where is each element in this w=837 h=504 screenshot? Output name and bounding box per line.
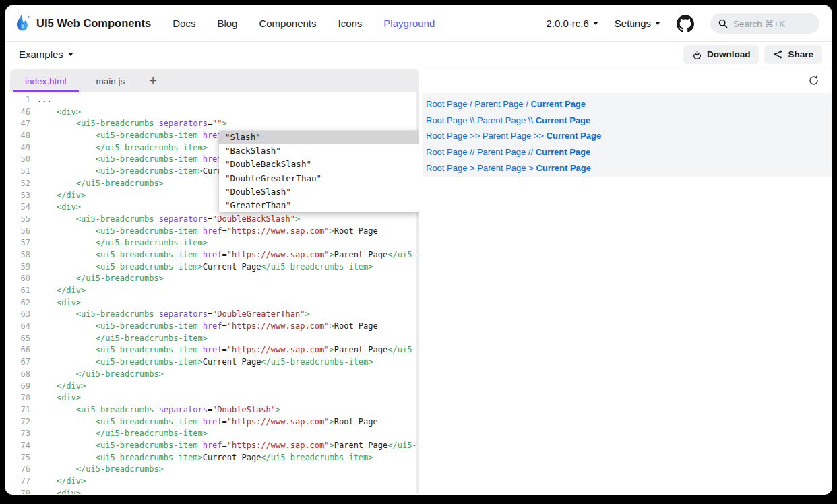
line-number: 63 bbox=[10, 309, 30, 321]
code-line: 69 </div> bbox=[10, 381, 419, 393]
breadcrumb-link[interactable]: Parent Page bbox=[477, 115, 526, 125]
line-number: 49 bbox=[10, 142, 30, 154]
code-line: 58 <ui5-breadcrumbs-item href="https://w… bbox=[10, 249, 419, 261]
breadcrumb: Root Page > Parent Page > Current Page bbox=[426, 160, 832, 176]
code-text: <ui5-breadcrumbs-item>Current Page</ui5-… bbox=[37, 261, 373, 274]
search-input[interactable]: Search ⌘+K bbox=[710, 13, 819, 34]
refresh-icon[interactable] bbox=[808, 75, 819, 86]
code-text: </ui5-breadcrumbs-item> bbox=[37, 142, 208, 154]
settings-dropdown[interactable]: Settings bbox=[615, 18, 660, 29]
add-tab-button[interactable]: + bbox=[140, 69, 166, 92]
line-number: 78 bbox=[10, 488, 30, 494]
code-line: 55 <ui5-breadcrumbs separators="DoubleBa… bbox=[10, 214, 419, 226]
breadcrumb-current: Current Page bbox=[536, 163, 591, 173]
breadcrumb-separator: \\ bbox=[467, 115, 476, 125]
examples-dropdown[interactable]: Examples bbox=[19, 49, 73, 60]
breadcrumb-link[interactable]: Root Page bbox=[426, 131, 467, 141]
breadcrumb-current: Current Page bbox=[530, 99, 586, 109]
line-number: 60 bbox=[10, 273, 30, 285]
code-editor[interactable]: 1...46 <div>47 <ui5-breadcrumbs separato… bbox=[10, 92, 419, 494]
download-button[interactable]: Download bbox=[683, 45, 760, 64]
line-number: 62 bbox=[10, 297, 30, 309]
breadcrumb-link[interactable]: Root Page bbox=[426, 115, 467, 125]
share-button[interactable]: Share bbox=[764, 45, 822, 64]
autocomplete-option[interactable]: "DoubleSlash" bbox=[219, 185, 419, 199]
settings-label: Settings bbox=[615, 18, 651, 29]
app-window: UI5 Web Components DocsBlogComponentsIco… bbox=[5, 5, 832, 495]
autocomplete-option[interactable]: "DoubleBackSlash" bbox=[219, 158, 419, 171]
autocomplete-option[interactable]: "Slash" bbox=[219, 131, 419, 144]
code-line: 68 </ui5-breadcrumbs> bbox=[10, 369, 419, 381]
code-line: 57 </ui5-breadcrumbs-item> bbox=[10, 237, 419, 249]
autocomplete-option[interactable]: "DoubleGreaterThan" bbox=[219, 172, 419, 185]
nav-link-blog[interactable]: Blog bbox=[217, 18, 237, 29]
code-text: <ui5-breadcrumbs-item href="https://www.… bbox=[37, 249, 419, 261]
code-text: <div> bbox=[37, 392, 81, 404]
autocomplete-option[interactable]: "BackSlash" bbox=[219, 144, 419, 158]
code-line: 73 </ui5-breadcrumbs-item> bbox=[10, 428, 419, 440]
breadcrumb-link[interactable]: Root Page bbox=[426, 99, 467, 109]
code-text: </ui5-breadcrumbs> bbox=[37, 464, 164, 476]
breadcrumb-link[interactable]: Parent Page bbox=[483, 131, 531, 141]
breadcrumb-link[interactable]: Root Page bbox=[426, 163, 467, 173]
line-number: 56 bbox=[10, 226, 30, 238]
code-line: 59 <ui5-breadcrumbs-item>Current Page</u… bbox=[10, 261, 419, 274]
line-number: 77 bbox=[10, 476, 30, 488]
breadcrumb-separator: > bbox=[526, 163, 536, 173]
line-number: 72 bbox=[10, 416, 30, 429]
code-text: </ui5-breadcrumbs-item> bbox=[37, 333, 208, 345]
editor-tab-main-js[interactable]: main.js bbox=[82, 69, 140, 92]
code-text: <ui5-breadcrumbs-item href="https://www.… bbox=[37, 440, 419, 452]
line-number: 70 bbox=[10, 392, 30, 404]
code-text: </div> bbox=[37, 476, 86, 488]
code-line: 77 </div> bbox=[10, 476, 419, 488]
code-line: 1... bbox=[10, 94, 419, 106]
search-placeholder: Search ⌘+K bbox=[733, 18, 785, 29]
code-text: <ui5-breadcrumbs-item>Current Page</ui5-… bbox=[37, 356, 373, 369]
code-text: <ui5-breadcrumbs separators="DoubleGreat… bbox=[37, 309, 310, 321]
code-line: 62 <div> bbox=[10, 297, 419, 309]
breadcrumb: Root Page >> Parent Page >> Current Page bbox=[426, 128, 832, 144]
breadcrumb-separator: >> bbox=[467, 131, 482, 141]
editor-tab-index-html[interactable]: index.html bbox=[10, 69, 82, 92]
main-split: index.htmlmain.js+ 1...46 <div>47 <ui5-b… bbox=[5, 67, 832, 494]
toolbar-actions: Download Share bbox=[683, 45, 822, 64]
line-number: 47 bbox=[10, 118, 30, 130]
line-number: 76 bbox=[10, 464, 30, 476]
nav-link-docs[interactable]: Docs bbox=[173, 18, 195, 29]
breadcrumb-separator: / bbox=[467, 99, 474, 109]
line-number: 57 bbox=[10, 237, 30, 249]
autocomplete-option[interactable]: "GreaterThan" bbox=[219, 199, 419, 212]
line-number: 68 bbox=[10, 369, 30, 381]
code-text: </ui5-breadcrumbs> bbox=[37, 369, 164, 381]
code-text: </ui5-breadcrumbs-item> bbox=[37, 237, 208, 249]
code-text: <ui5-breadcrumbs-item>Current Page</ui5-… bbox=[37, 452, 373, 464]
github-icon[interactable] bbox=[677, 15, 694, 32]
code-text: <ui5-breadcrumbs separators="DoubleBackS… bbox=[37, 214, 300, 226]
nav-link-icons[interactable]: Icons bbox=[338, 18, 363, 29]
breadcrumb-link[interactable]: Parent Page bbox=[477, 147, 526, 157]
download-icon bbox=[692, 49, 702, 59]
nav-link-playground[interactable]: Playground bbox=[383, 18, 435, 29]
breadcrumb-separator: // bbox=[467, 147, 476, 157]
breadcrumb-current: Current Page bbox=[547, 131, 602, 141]
breadcrumb-current: Current Page bbox=[536, 147, 591, 157]
code-line: 64 <ui5-breadcrumbs-item href="https://w… bbox=[10, 321, 419, 333]
code-line: 70 <div> bbox=[10, 392, 419, 404]
code-text: </ui5-breadcrumbs-item> bbox=[37, 428, 208, 440]
code-text: <div> bbox=[37, 106, 81, 119]
line-number: 52 bbox=[10, 178, 30, 190]
version-dropdown[interactable]: 2.0.0-rc.6 bbox=[546, 18, 598, 29]
line-number: 48 bbox=[10, 130, 30, 142]
breadcrumb-link[interactable]: Root Page bbox=[426, 147, 467, 157]
header-right-group: 2.0.0-rc.6 Settings Search ⌘+K bbox=[546, 13, 819, 34]
breadcrumb-separator: >> bbox=[531, 131, 546, 141]
breadcrumb-separator: \\ bbox=[526, 115, 535, 125]
breadcrumb-link[interactable]: Parent Page bbox=[477, 163, 526, 173]
line-number: 67 bbox=[10, 356, 30, 369]
code-line: 78 <div> bbox=[10, 488, 419, 494]
nav-link-components[interactable]: Components bbox=[259, 18, 316, 29]
line-number: 55 bbox=[10, 214, 30, 226]
breadcrumb-link[interactable]: Parent Page bbox=[474, 99, 523, 109]
download-label: Download bbox=[707, 49, 751, 59]
